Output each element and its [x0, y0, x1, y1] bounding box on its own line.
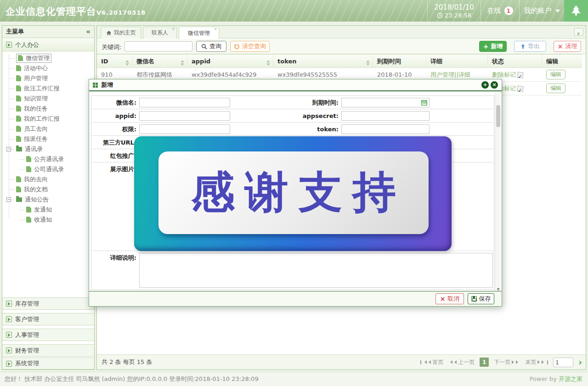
description-label: 详细说明:: [91, 251, 136, 264]
doc-icon: [16, 106, 21, 112]
tree-folder[interactable]: −通讯录: [2, 144, 94, 154]
chevron-down-icon: »: [575, 32, 582, 35]
dialog-scrollbar[interactable]: ▼: [495, 92, 501, 292]
tree-item[interactable]: 我的工作汇报: [2, 114, 94, 124]
online-label: 在线: [487, 6, 501, 15]
sidebar-section-inventory[interactable]: 库存管理: [2, 297, 94, 310]
clean-label: 清理: [565, 42, 577, 50]
tab-close-icon[interactable]: ×: [171, 27, 175, 31]
theme-button[interactable]: [564, 0, 588, 22]
datetime-block: 2018/01/10 23:28:58: [427, 0, 481, 22]
save-button[interactable]: 保存: [468, 293, 494, 304]
keyword-input[interactable]: [124, 41, 192, 51]
dialog-titlebar[interactable]: 新增 + ×: [89, 79, 502, 91]
sidebar-section-finance[interactable]: 财务管理: [2, 344, 94, 357]
user-mgmt-link[interactable]: 用户管理: [430, 71, 454, 78]
tree-item[interactable]: 指派任务: [2, 134, 94, 144]
prev-icon: [448, 360, 452, 364]
tree-item[interactable]: 收通知: [2, 215, 94, 225]
perm-input[interactable]: [139, 124, 230, 134]
wechat-name-input[interactable]: [139, 98, 230, 107]
sidebar-section-system[interactable]: 系统管理: [2, 358, 94, 369]
sidebar-section-customer[interactable]: 客户管理: [2, 313, 94, 325]
current-page[interactable]: 1: [480, 358, 489, 367]
edit-button[interactable]: 编辑: [546, 70, 565, 79]
scrollbar-thumb[interactable]: [496, 105, 500, 127]
tree-item[interactable]: 发通知: [2, 205, 94, 215]
tab-contacts[interactable]: 联系人 ×: [143, 27, 177, 39]
sidebar-section-hr[interactable]: 人事管理: [2, 329, 94, 341]
appid-input[interactable]: [139, 111, 230, 121]
tree-item[interactable]: 我的任务: [2, 104, 94, 114]
sidebar-tree: 微信管理 活动中心 用户管理 批注工作汇报 知识管理 我的任务 我的工作汇报 员…: [2, 53, 94, 251]
goto-page-input[interactable]: [553, 358, 573, 367]
edit-button[interactable]: 编辑: [546, 84, 565, 93]
goto-page-button[interactable]: ›: [578, 358, 582, 366]
tree-item[interactable]: 公共通讯录: [2, 154, 94, 164]
third-url-label: 第三方URL:: [91, 136, 136, 149]
delete-mark-link[interactable]: 删除标记: [492, 71, 516, 78]
online-status[interactable]: 在线 1: [481, 0, 519, 22]
sort-icon[interactable]: [181, 58, 184, 67]
expire-input[interactable]: [341, 98, 430, 107]
banner-panel: 感谢支持: [158, 151, 429, 234]
export-button[interactable]: 导出: [514, 41, 546, 52]
tree-item-label: 知识管理: [24, 95, 48, 102]
next-page-button[interactable]: 下一页: [494, 358, 520, 366]
check-tag-icon: ✓: [517, 71, 523, 78]
add-button[interactable]: + 新增: [479, 41, 507, 52]
close-icon[interactable]: ×: [491, 81, 498, 89]
col-token[interactable]: token: [273, 55, 373, 68]
col-appid[interactable]: appid: [187, 55, 273, 68]
doc-icon: [16, 65, 21, 71]
appsecret-label: appsecret:: [271, 109, 339, 123]
search-label: 查询: [209, 42, 221, 50]
token-input[interactable]: [341, 124, 430, 134]
section-label: 系统管理: [15, 359, 39, 368]
sort-icon[interactable]: [266, 58, 270, 67]
tree-item[interactable]: 用户管理: [2, 73, 94, 84]
search-button[interactable]: 查询: [196, 41, 226, 52]
tab-home[interactable]: 我的主页: [101, 27, 141, 39]
brand-link[interactable]: 开源之家: [559, 375, 582, 382]
tree-item[interactable]: 我的文档: [2, 185, 94, 195]
prev-page-button[interactable]: 上一页: [448, 358, 475, 366]
tree-item[interactable]: 活动中心: [2, 63, 94, 73]
clean-button[interactable]: × 清理: [554, 41, 581, 52]
account-menu[interactable]: 我的账户: [519, 0, 564, 22]
sort-icon[interactable]: [125, 58, 129, 67]
sidebar-collapse-icon[interactable]: «: [86, 28, 90, 36]
description-textarea[interactable]: [139, 253, 493, 288]
tab-close-icon[interactable]: ×: [214, 27, 217, 31]
doc-icon: [16, 75, 21, 81]
clear-search-button[interactable]: 清空查询: [230, 41, 270, 52]
tree-item[interactable]: 知识管理: [2, 94, 94, 104]
tree-item[interactable]: 我的去向: [2, 174, 94, 185]
expander-icon[interactable]: −: [6, 147, 11, 151]
maximize-icon[interactable]: +: [481, 81, 489, 89]
tree-item[interactable]: 微信管理: [2, 53, 94, 63]
first-page-button[interactable]: 首页: [420, 358, 443, 366]
appsecret-input[interactable]: [341, 111, 430, 121]
sidebar-section-personal[interactable]: 个人办公: [2, 39, 94, 51]
sort-icon[interactable]: [366, 58, 369, 67]
tab-wechat[interactable]: 微信管理 ×: [179, 27, 219, 39]
col-wechat-name[interactable]: 微信名: [132, 55, 187, 68]
detail-link[interactable]: 详细: [458, 71, 470, 78]
tree-item[interactable]: 员工去向: [2, 124, 94, 134]
tree-folder[interactable]: −通知公告: [2, 195, 94, 205]
tree-item-label: 通讯录: [25, 145, 43, 152]
expander-icon[interactable]: −: [6, 197, 11, 202]
tab-overflow-button[interactable]: »: [574, 28, 583, 36]
calendar-icon[interactable]: [421, 100, 427, 106]
arrow-up-icon: [520, 44, 526, 49]
tree-item[interactable]: 批注工作汇报: [2, 84, 94, 94]
caret-down-icon: [555, 10, 560, 15]
accordion-icon: [6, 361, 12, 367]
last-page-button[interactable]: 末页: [525, 358, 548, 366]
tree-item[interactable]: 公司通讯录: [2, 164, 94, 174]
col-id[interactable]: ID: [97, 55, 132, 68]
cancel-button[interactable]: × 取消: [435, 293, 464, 304]
tree-item-label: 收通知: [34, 216, 52, 223]
folder-icon: [16, 197, 22, 202]
